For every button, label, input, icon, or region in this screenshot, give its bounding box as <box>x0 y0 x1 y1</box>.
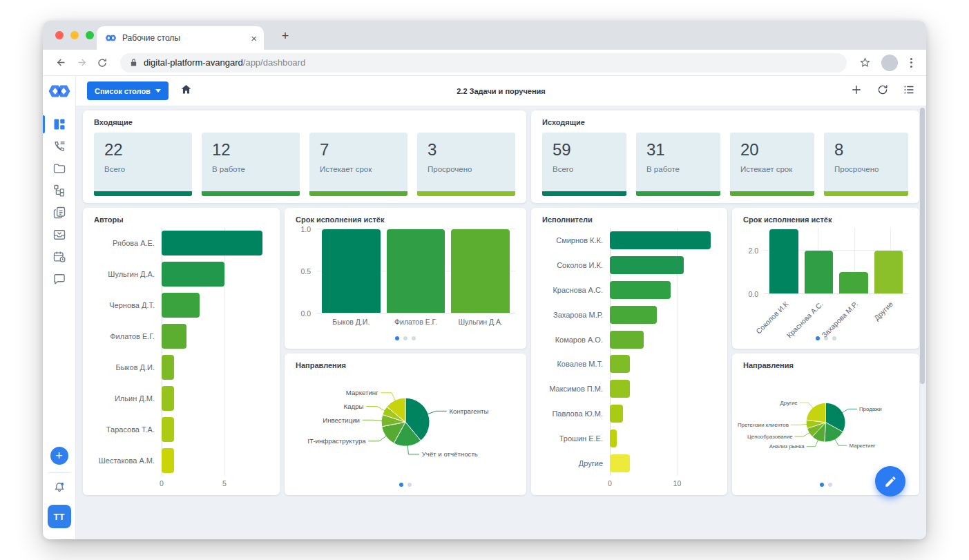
bar-category-label: Ковалев М.Т. <box>542 360 610 368</box>
desk-list-button[interactable]: Список столов <box>87 81 169 100</box>
bar[interactable] <box>322 229 381 313</box>
bar-category-label: Захарова М.Р. <box>839 294 868 331</box>
bar[interactable] <box>162 448 174 473</box>
pagination-dot[interactable] <box>832 336 836 340</box>
bar-row: Павлова Ю.М. <box>542 405 716 423</box>
bar[interactable] <box>610 256 684 274</box>
sidebar-item-folders[interactable] <box>43 157 75 180</box>
new-tab-button[interactable]: + <box>276 27 294 45</box>
bar-category-label: Трошин Е.Е. <box>542 434 610 443</box>
x-axis: 05 <box>162 476 266 488</box>
deadline-expired-left-card: Срок исполнения истёк 0.00.51.0Быков Д.И… <box>285 208 526 349</box>
stat-label: Всего <box>104 165 182 173</box>
bar-category-label: Смирнов К.К. <box>542 236 610 244</box>
pagination-dot[interactable] <box>820 483 824 487</box>
bar-row: Филатов Е.Г. <box>94 324 269 349</box>
stat-tile[interactable]: 7 Истекает срок <box>309 133 407 196</box>
bar[interactable] <box>162 355 174 380</box>
bookmark-star-icon[interactable] <box>855 53 874 73</box>
home-icon[interactable] <box>180 83 193 99</box>
bar[interactable] <box>162 231 262 255</box>
menu-kebab-icon[interactable] <box>905 58 918 68</box>
stat-color-bar <box>309 191 407 196</box>
pie-slice[interactable] <box>806 403 825 422</box>
bar[interactable] <box>162 417 174 442</box>
pagination-dot[interactable] <box>828 483 832 487</box>
pagination-dot[interactable] <box>395 336 399 340</box>
sidebar-item-documents[interactable] <box>43 202 75 224</box>
stat-tile[interactable]: 20 Истекает срок <box>730 133 814 196</box>
sidebar-item-calls[interactable] <box>43 135 75 157</box>
sidebar-item-calendar[interactable] <box>43 246 75 268</box>
pagination-dot[interactable] <box>399 483 403 487</box>
browser-tab[interactable]: Рабочие столы × <box>97 26 264 50</box>
bar-row: Захарова М.Р. <box>542 306 716 324</box>
minimize-window-button[interactable] <box>70 31 79 39</box>
url-field[interactable]: digital-platform-avangard/app/dashboard <box>120 53 847 73</box>
stat-color-bar <box>417 191 515 196</box>
stat-tile[interactable]: 8 Просрочено <box>824 133 908 196</box>
bar[interactable] <box>610 380 630 398</box>
bar[interactable] <box>162 324 186 349</box>
bar-category-label: Захарова М.Р. <box>542 311 610 319</box>
bar[interactable] <box>805 251 834 293</box>
pagination-dot[interactable] <box>403 336 407 340</box>
sidebar-item-dashboard[interactable] <box>43 113 75 135</box>
bar[interactable] <box>610 405 623 423</box>
browser-profile-avatar[interactable] <box>881 55 898 71</box>
pagination-dot[interactable] <box>407 483 412 487</box>
bar-row: Ковалев М.Т. <box>542 355 716 373</box>
bar[interactable] <box>162 293 200 318</box>
stat-tile[interactable]: 31 В работе <box>636 133 720 196</box>
bar[interactable] <box>610 454 630 472</box>
bar[interactable] <box>162 386 174 411</box>
page-title: 2.2 Задачи и поручения <box>457 87 546 95</box>
user-avatar[interactable]: ТТ <box>48 505 71 528</box>
bar[interactable] <box>162 262 224 287</box>
maximize-window-button[interactable] <box>86 31 94 39</box>
tab-close-icon[interactable]: × <box>251 33 257 44</box>
bar[interactable] <box>610 331 644 349</box>
sidebar-item-inbox[interactable] <box>43 224 75 246</box>
bar-category-label: Филатов Е.Г. <box>387 313 445 326</box>
sidebar-item-chat[interactable] <box>43 268 75 290</box>
bar[interactable] <box>610 429 617 447</box>
bar-row: Другие <box>542 454 716 472</box>
bar[interactable] <box>451 229 510 313</box>
bar-track <box>610 454 713 472</box>
bar[interactable] <box>874 251 903 293</box>
add-button[interactable]: + <box>50 447 68 465</box>
bar[interactable] <box>610 355 630 373</box>
forward-icon[interactable] <box>72 53 91 73</box>
bar[interactable] <box>610 281 671 299</box>
refresh-icon[interactable] <box>876 84 889 99</box>
stat-tile[interactable]: 3 Просрочено <box>417 133 515 196</box>
chevron-down-icon <box>155 89 161 93</box>
desk-list-button-label: Список столов <box>95 87 151 95</box>
authors-card: Авторы Рябова А.Е. Шульгин Д.А. Чернова … <box>83 208 280 495</box>
bar[interactable] <box>610 306 657 324</box>
edit-fab-button[interactable] <box>875 466 905 496</box>
bar-row: Рябова А.Е. <box>94 231 269 255</box>
desk-list-icon[interactable] <box>903 84 915 99</box>
back-icon[interactable] <box>51 53 70 73</box>
add-desk-icon[interactable] <box>850 84 863 99</box>
stat-tile[interactable]: 59 Всего <box>542 133 626 196</box>
bar[interactable] <box>839 272 868 293</box>
stat-tile[interactable]: 12 В работе <box>202 133 300 196</box>
bar-track <box>610 331 713 349</box>
close-window-button[interactable] <box>55 31 64 39</box>
bar[interactable] <box>610 231 711 249</box>
bar-row: Шульгин Д.А. <box>94 262 269 287</box>
reload-icon[interactable] <box>93 53 112 73</box>
pagination-dot[interactable] <box>412 336 416 340</box>
inbox-icon <box>52 228 66 242</box>
notifications-bell[interactable] <box>52 481 66 497</box>
scrollbar[interactable] <box>920 108 925 384</box>
directions-left-chart: КонтрагентыУчёт и отчётностьIT-инфрастру… <box>296 369 515 488</box>
bar[interactable] <box>387 229 445 313</box>
bar[interactable] <box>769 229 798 293</box>
sidebar-item-org-structure[interactable] <box>43 180 75 202</box>
stat-tile[interactable]: 22 Всего <box>94 133 192 196</box>
pagination-dot[interactable] <box>816 336 820 340</box>
